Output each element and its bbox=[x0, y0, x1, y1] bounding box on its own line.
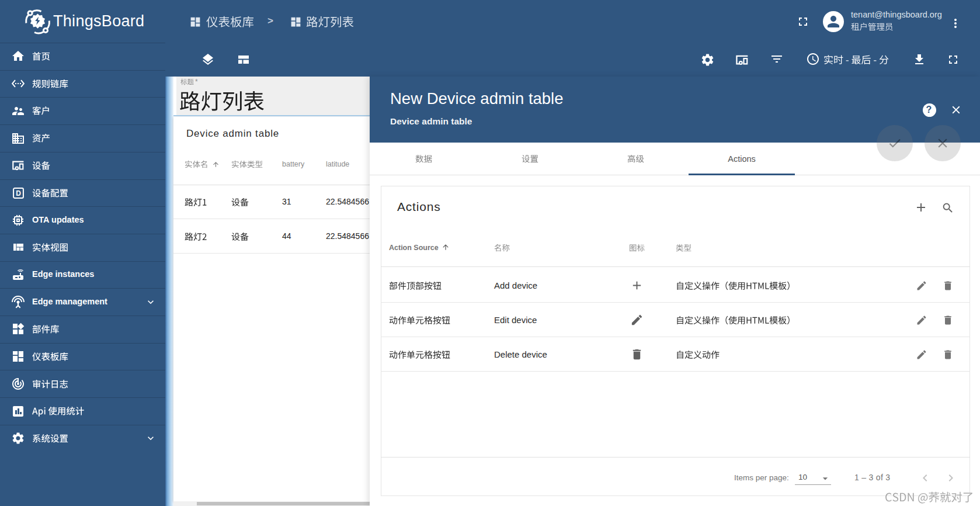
svg-text:D: D bbox=[16, 189, 21, 197]
